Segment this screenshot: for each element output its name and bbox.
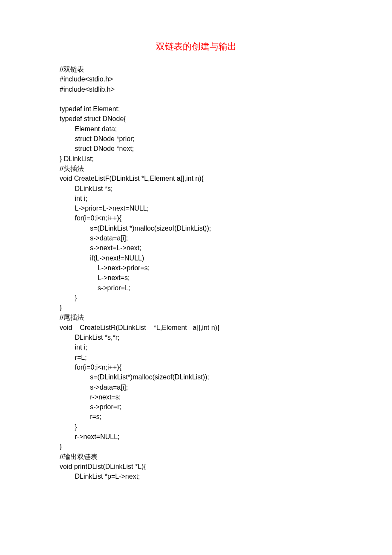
code-block: //双链表 #include<stdio.h> #include<stdlib.…: [60, 64, 332, 481]
page-title: 双链表的创建与输出: [60, 40, 332, 52]
document-page: 双链表的创建与输出 //双链表 #include<stdio.h> #inclu…: [0, 0, 392, 507]
